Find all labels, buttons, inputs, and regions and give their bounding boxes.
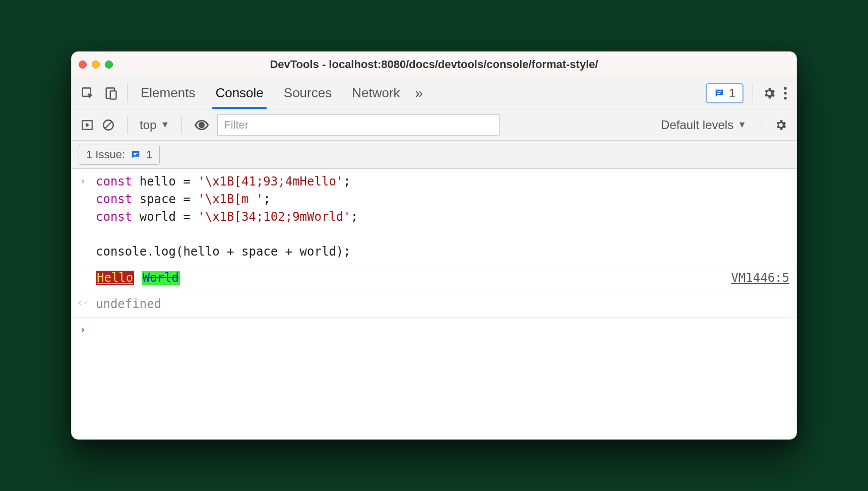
filter-input[interactable]: [217, 114, 500, 136]
context-label: top: [140, 118, 156, 132]
live-expression-icon[interactable]: [194, 117, 209, 133]
svg-point-7: [784, 97, 787, 100]
prompt-chevron-icon: ›: [76, 322, 90, 338]
return-icon: ‹·: [76, 295, 90, 313]
console-body: › const hello = '\x1B[41;93;4mHello'; co…: [72, 169, 796, 439]
issue-box[interactable]: 1 Issue: 1: [79, 145, 160, 165]
console-output-row: Hello World VM1446:5: [72, 265, 796, 291]
console-prompt-input[interactable]: [96, 322, 789, 338]
svg-rect-12: [134, 153, 137, 154]
tabbar: Elements Console Sources Network » 1: [72, 77, 796, 109]
divider: [127, 116, 128, 134]
log-levels-picker[interactable]: Default levels ▼: [661, 118, 747, 132]
clear-console-icon[interactable]: [102, 118, 115, 132]
issues-icon: [130, 149, 141, 160]
issues-icon: [714, 88, 725, 99]
divider: [127, 84, 128, 102]
more-menu-icon[interactable]: [783, 86, 787, 100]
titlebar: DevTools - localhost:8080/docs/devtools/…: [72, 52, 796, 77]
styled-world: World: [142, 271, 180, 285]
divider: [181, 116, 182, 134]
svg-rect-13: [134, 154, 136, 155]
console-input-row: › const hello = '\x1B[41;93;4mHello'; co…: [72, 169, 796, 265]
svg-point-11: [199, 121, 205, 128]
tabs-overflow-button[interactable]: »: [415, 85, 423, 101]
context-picker[interactable]: top ▼: [140, 118, 169, 132]
svg-line-10: [105, 121, 112, 128]
svg-rect-3: [717, 91, 721, 92]
tab-elements[interactable]: Elements: [141, 77, 195, 109]
tabs: Elements Console Sources Network: [141, 77, 400, 109]
devtools-window: DevTools - localhost:8080/docs/devtools/…: [71, 51, 797, 440]
svg-rect-4: [717, 93, 720, 94]
console-settings-icon[interactable]: [774, 118, 787, 132]
issue-label: 1 Issue:: [86, 148, 125, 161]
tab-console[interactable]: Console: [215, 77, 263, 109]
settings-icon[interactable]: [762, 86, 776, 100]
issues-count: 1: [729, 86, 735, 100]
select-element-icon[interactable]: [81, 86, 95, 100]
device-toggle-icon[interactable]: [104, 86, 118, 100]
console-result-row: ‹· undefined: [72, 291, 796, 318]
svg-rect-2: [110, 91, 116, 99]
divider: [762, 116, 762, 134]
styled-hello: Hello: [96, 271, 134, 285]
chevron-down-icon: ▼: [737, 119, 747, 130]
app-name: DevTools: [270, 58, 319, 71]
console-output-content: Hello World: [96, 269, 725, 287]
divider: [753, 84, 753, 102]
chevron-right-icon: ›: [76, 173, 90, 261]
chevron-down-icon: ▼: [160, 119, 169, 130]
log-levels-label: Default levels: [661, 118, 733, 132]
issue-count: 1: [146, 148, 152, 161]
tab-sources[interactable]: Sources: [284, 77, 332, 109]
tab-network[interactable]: Network: [352, 77, 400, 109]
issues-row: 1 Issue: 1: [72, 141, 796, 169]
title-path: localhost:8080/docs/devtools/console/for…: [329, 58, 598, 71]
svg-point-5: [784, 87, 787, 90]
issues-summary-button[interactable]: 1: [706, 83, 743, 103]
toggle-drawer-icon[interactable]: [81, 118, 94, 132]
source-link[interactable]: VM1446:5: [731, 269, 789, 287]
console-prompt-row[interactable]: ›: [72, 318, 796, 342]
console-toolbar: top ▼ Default levels ▼: [72, 109, 796, 141]
svg-point-6: [784, 92, 787, 95]
console-input-content[interactable]: const hello = '\x1B[41;93;4mHello'; cons…: [96, 173, 789, 261]
window-title: DevTools - localhost:8080/docs/devtools/…: [72, 58, 796, 71]
blank-gutter: [76, 269, 90, 287]
result-value: undefined: [96, 295, 789, 313]
